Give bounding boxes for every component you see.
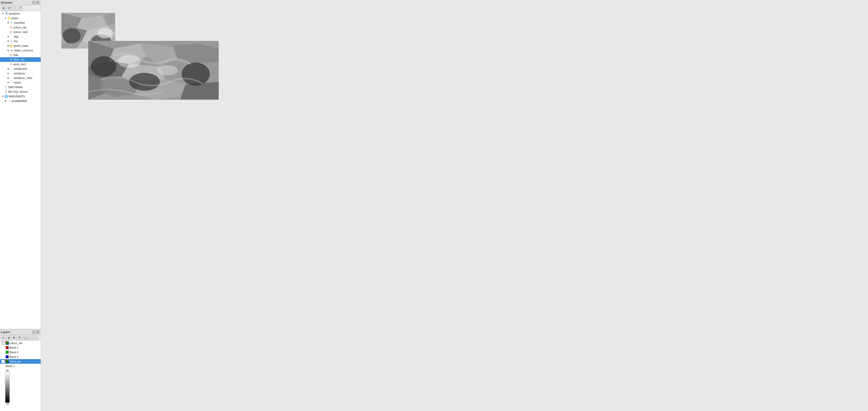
main-map-area[interactable] (41, 0, 868, 411)
tree-item-foo[interactable]: ▶ V foo (0, 39, 41, 43)
label-sap-hana: SAP HANA (8, 85, 22, 89)
layer-wind-ras[interactable]: wind_ras (0, 359, 41, 364)
browser-help-btn[interactable]: ? (18, 6, 23, 11)
tree-item-geom-hack[interactable]: ▶ 📂 geom_hack (0, 43, 41, 48)
tree-item-windproc-sub[interactable]: ▶ ··· windproc (0, 71, 41, 76)
left-panel: Browser □ ✕ ⊕ ↺ ↑ ? ▼ 🗄 windproc ▼ (0, 0, 41, 411)
layers-movedown-btn[interactable]: ↓ (33, 335, 38, 340)
layers-search-btn[interactable]: 🔍 (22, 335, 27, 340)
tree-item-wind-ras2[interactable]: ⊞ wind_ras2 (0, 62, 41, 66)
layers-add-btn[interactable]: ⊕ (6, 335, 11, 340)
browser-tree[interactable]: ▼ 🗄 windproc ▼ 📁 public ▶ V coastline (0, 11, 41, 329)
arrow-wms-wmts: ▼ (2, 95, 5, 98)
layers-close-btn[interactable]: ✕ (36, 330, 40, 334)
arrow-coastline: ▶ (7, 21, 10, 24)
tree-item-winddbwms[interactable]: ▶ ↗ winddbWMS (0, 99, 41, 103)
layer-label-colour-ras: colour_ras (9, 341, 23, 345)
tree-item-windproc-view[interactable]: ▶ ··· windproc_view (0, 76, 41, 80)
dot-icon-windproc-sub: ··· (10, 72, 13, 75)
label-windproc-view: windproc_view (14, 76, 32, 79)
layers-minimize-btn[interactable]: □ (32, 330, 36, 334)
browser-panel: Browser □ ✕ ⊕ ↺ ↑ ? ▼ 🗄 windproc ▼ (0, 0, 41, 329)
browser-controls: □ ✕ (32, 1, 40, 4)
arrow-windproc-view: ▶ (7, 76, 10, 79)
layers-tree[interactable]: colour_ras Band 1 Band 2 Band 3 (0, 341, 41, 411)
browser-add-btn[interactable]: ⊕ (1, 6, 6, 11)
wind-ras-legend: 80 10 (5, 369, 39, 406)
tree-item-windpoints[interactable]: ▶ ··· windpoints (0, 66, 41, 71)
label-ms-sql: MS SQL Server (8, 90, 28, 93)
swatch-band1 (6, 346, 9, 349)
folder-icon-geom-hack: 📂 (10, 44, 13, 47)
label-windpoints: windpoints (14, 67, 27, 70)
layers-title: Layers (1, 331, 10, 334)
layers-filter-btn[interactable]: ⊽ (17, 335, 22, 340)
raster-icon-rtab: ⊞ (9, 53, 13, 57)
arrow-windpoints: ▶ (7, 67, 10, 70)
tree-item-windv[interactable]: ▶ ··· windv (0, 80, 41, 85)
label-band1: Band 1 (9, 346, 19, 349)
tree-item-raster-columns[interactable]: ▶ ⊟ raster_columns (0, 48, 41, 53)
label-foo: foo (14, 40, 18, 43)
arrow-windproc-sub: ▶ (7, 72, 10, 75)
db-icon-windproc: 🗄 (5, 12, 8, 15)
browser-collapse-btn[interactable]: ↑ (12, 6, 18, 11)
layer-band2: Band 2 (0, 350, 41, 354)
tree-item-wms-wmts[interactable]: ▼ 🌐 WMS/WMTS (0, 94, 41, 99)
arrow-raster-columns: ▶ (7, 49, 10, 52)
dot-icon-windproc-view: ··· (10, 76, 13, 80)
arrow-public: ▼ (4, 16, 7, 20)
layers-visibility-btn[interactable]: 👁 (11, 335, 17, 340)
tree-item-rtab[interactable]: ⊞ rtab (0, 53, 41, 57)
label-winddbwms: winddbWMS (11, 99, 27, 102)
gradient-bar (5, 372, 10, 403)
layers-header: Layers □ ✕ (0, 330, 41, 335)
dot-icon-windpoints: ··· (10, 67, 13, 71)
raster-icon-wind-ras-layer (5, 359, 9, 363)
browser-toolbar: ⊕ ↺ ↑ ? (0, 5, 41, 11)
tree-item-colour-ras[interactable]: ⊞ colour_ras (0, 25, 41, 30)
checkbox-colour-ras[interactable] (2, 341, 5, 345)
vector-icon-foo: V (10, 39, 13, 43)
tree-item-wind-ras[interactable]: ⊞ wind_ras (0, 57, 41, 62)
browser-refresh-btn[interactable]: ↺ (7, 6, 12, 11)
dot-icon-dap: ··· (10, 35, 13, 38)
layer-band1: Band 1 (0, 345, 41, 350)
label-dap: dap (14, 35, 19, 38)
checkbox-wind-ras[interactable] (2, 360, 5, 363)
tree-item-sap-hana[interactable]: 🗄 SAP HANA (0, 85, 41, 90)
layers-panel: Layers □ ✕ ✏ ⊕ 👁 ⊽ 🔍 ↑ ↓ ✕ ⚙ colour_ras (0, 329, 41, 411)
tree-item-ms-sql[interactable]: 🗄 MS SQL Server (0, 90, 41, 94)
legend-max-label: 80 (6, 369, 9, 372)
layers-controls: □ ✕ (32, 330, 40, 334)
label-colour-ras: colour_ras (13, 26, 26, 29)
label-colour-ras2: colour_ras2 (13, 30, 28, 33)
tree-item-dap[interactable]: ▶ ··· dap (0, 34, 41, 39)
tree-item-colour-ras2[interactable]: ⊞ colour_ras2 (0, 30, 41, 34)
globe-icon-wms: 🌐 (5, 95, 8, 98)
layers-moveup-btn[interactable]: ↑ (28, 335, 33, 340)
layers-toolbar: ✏ ⊕ 👁 ⊽ 🔍 ↑ ↓ ✕ ⚙ (0, 335, 41, 341)
label-band2: Band 2 (9, 351, 19, 354)
raster-icon-colour-ras-layer (5, 341, 9, 345)
raster-icon-wind-ras: ⊞ (9, 58, 13, 61)
tree-item-coastline[interactable]: ▶ V coastline (0, 21, 41, 25)
browser-minimize-btn[interactable]: □ (32, 1, 36, 4)
tree-item-windproc[interactable]: ▼ 🗄 windproc (0, 11, 41, 16)
arrow-windproc: ▼ (2, 12, 5, 15)
table-icon-raster-columns: ⊟ (10, 48, 13, 52)
tree-item-public[interactable]: ▼ 📁 public (0, 16, 41, 21)
db-icon-sap: 🗄 (4, 85, 8, 89)
swatch-band3 (6, 355, 9, 358)
label-rtab: rtab (13, 54, 18, 57)
layer-colour-ras[interactable]: colour_ras (0, 341, 41, 345)
label-coastline: coastline (14, 21, 25, 24)
label-band3: Band 3 (9, 355, 19, 358)
svg-point-23 (91, 56, 116, 77)
browser-close-btn[interactable]: ✕ (36, 1, 40, 4)
layers-edit-btn[interactable]: ✏ (1, 335, 6, 340)
dot-icon-windv: ··· (10, 81, 13, 84)
swatch-band2 (6, 351, 9, 354)
svg-point-27 (157, 65, 178, 75)
layer-band3: Band 3 (0, 354, 41, 359)
